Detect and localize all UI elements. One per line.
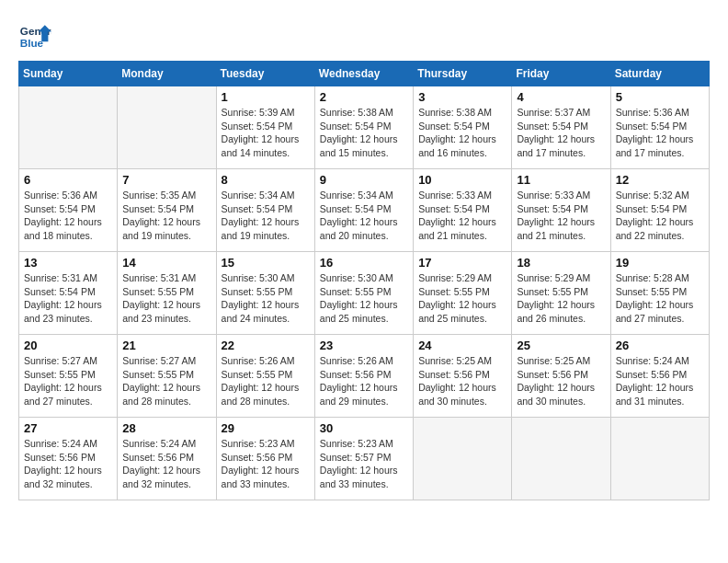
day-number: 9	[320, 173, 408, 187]
day-info: Sunrise: 5:26 AMSunset: 5:56 PMDaylight:…	[320, 354, 408, 408]
day-cell: 5Sunrise: 5:36 AMSunset: 5:54 PMDaylight…	[610, 86, 709, 169]
day-cell	[610, 418, 709, 500]
day-number: 25	[517, 339, 605, 352]
day-number: 29	[222, 421, 310, 435]
day-number: 12	[616, 173, 704, 187]
day-info: Sunrise: 5:34 AMSunset: 5:54 PMDaylight:…	[320, 189, 408, 243]
week-row-3: 13Sunrise: 5:31 AMSunset: 5:54 PMDayligh…	[19, 252, 710, 335]
day-info: Sunrise: 5:29 AMSunset: 5:55 PMDaylight:…	[418, 271, 506, 326]
day-number: 30	[320, 421, 408, 435]
day-info: Sunrise: 5:31 AMSunset: 5:55 PMDaylight:…	[122, 271, 210, 326]
day-cell: 13Sunrise: 5:31 AMSunset: 5:54 PMDayligh…	[19, 252, 118, 335]
day-number: 10	[418, 173, 506, 187]
day-cell: 12Sunrise: 5:32 AMSunset: 5:54 PMDayligh…	[610, 169, 709, 252]
week-row-4: 20Sunrise: 5:27 AMSunset: 5:55 PMDayligh…	[19, 335, 710, 418]
logo: General Blue	[18, 18, 51, 52]
day-info: Sunrise: 5:36 AMSunset: 5:54 PMDaylight:…	[24, 189, 112, 243]
day-cell: 21Sunrise: 5:27 AMSunset: 5:55 PMDayligh…	[118, 335, 216, 418]
day-cell: 29Sunrise: 5:23 AMSunset: 5:56 PMDayligh…	[216, 418, 314, 500]
day-cell: 26Sunrise: 5:24 AMSunset: 5:56 PMDayligh…	[610, 335, 709, 418]
day-number: 26	[616, 339, 704, 352]
day-number: 14	[122, 256, 210, 270]
day-number: 27	[24, 421, 112, 435]
day-number: 5	[616, 90, 704, 104]
day-cell: 20Sunrise: 5:27 AMSunset: 5:55 PMDayligh…	[19, 335, 118, 418]
day-number: 1	[222, 90, 310, 104]
day-cell: 17Sunrise: 5:29 AMSunset: 5:55 PMDayligh…	[414, 252, 512, 335]
day-cell: 30Sunrise: 5:23 AMSunset: 5:57 PMDayligh…	[314, 418, 413, 500]
day-number: 16	[320, 256, 408, 270]
day-number: 22	[222, 339, 310, 352]
day-cell	[414, 418, 512, 500]
day-cell	[512, 418, 610, 500]
weekday-sunday: Sunday	[19, 62, 118, 86]
day-info: Sunrise: 5:30 AMSunset: 5:55 PMDaylight:…	[320, 271, 408, 326]
day-info: Sunrise: 5:27 AMSunset: 5:55 PMDaylight:…	[24, 354, 112, 408]
day-info: Sunrise: 5:24 AMSunset: 5:56 PMDaylight:…	[24, 437, 112, 491]
day-number: 20	[24, 339, 112, 352]
day-cell	[19, 86, 118, 169]
day-number: 6	[24, 173, 112, 187]
day-cell: 18Sunrise: 5:29 AMSunset: 5:55 PMDayligh…	[512, 252, 610, 335]
weekday-monday: Monday	[118, 62, 216, 86]
week-row-1: 1Sunrise: 5:39 AMSunset: 5:54 PMDaylight…	[19, 86, 710, 169]
day-number: 21	[122, 339, 210, 352]
day-cell: 16Sunrise: 5:30 AMSunset: 5:55 PMDayligh…	[314, 252, 413, 335]
day-number: 19	[616, 256, 704, 270]
day-cell: 10Sunrise: 5:33 AMSunset: 5:54 PMDayligh…	[414, 169, 512, 252]
day-number: 4	[517, 90, 605, 104]
weekday-tuesday: Tuesday	[216, 62, 314, 86]
day-cell: 22Sunrise: 5:26 AMSunset: 5:55 PMDayligh…	[216, 335, 314, 418]
day-cell: 7Sunrise: 5:35 AMSunset: 5:54 PMDaylight…	[118, 169, 216, 252]
day-number: 24	[418, 339, 506, 352]
weekday-saturday: Saturday	[610, 62, 709, 86]
logo-icon: General Blue	[18, 18, 51, 52]
day-info: Sunrise: 5:28 AMSunset: 5:55 PMDaylight:…	[616, 271, 704, 326]
day-cell: 8Sunrise: 5:34 AMSunset: 5:54 PMDaylight…	[216, 169, 314, 252]
day-info: Sunrise: 5:33 AMSunset: 5:54 PMDaylight:…	[517, 189, 605, 243]
day-info: Sunrise: 5:26 AMSunset: 5:55 PMDaylight:…	[222, 354, 310, 408]
calendar-table: SundayMondayTuesdayWednesdayThursdayFrid…	[18, 61, 710, 500]
day-cell: 23Sunrise: 5:26 AMSunset: 5:56 PMDayligh…	[314, 335, 413, 418]
day-info: Sunrise: 5:37 AMSunset: 5:54 PMDaylight:…	[517, 106, 605, 160]
weekday-thursday: Thursday	[414, 62, 512, 86]
day-info: Sunrise: 5:36 AMSunset: 5:54 PMDaylight:…	[616, 106, 704, 160]
day-info: Sunrise: 5:25 AMSunset: 5:56 PMDaylight:…	[517, 354, 605, 408]
day-cell: 11Sunrise: 5:33 AMSunset: 5:54 PMDayligh…	[512, 169, 610, 252]
day-cell: 25Sunrise: 5:25 AMSunset: 5:56 PMDayligh…	[512, 335, 610, 418]
day-cell: 2Sunrise: 5:38 AMSunset: 5:54 PMDaylight…	[314, 86, 413, 169]
day-number: 28	[122, 421, 210, 435]
day-number: 3	[418, 90, 506, 104]
weekday-header-row: SundayMondayTuesdayWednesdayThursdayFrid…	[19, 62, 710, 86]
day-info: Sunrise: 5:24 AMSunset: 5:56 PMDaylight:…	[122, 437, 210, 491]
calendar-body: 1Sunrise: 5:39 AMSunset: 5:54 PMDaylight…	[19, 86, 710, 500]
weekday-wednesday: Wednesday	[314, 62, 413, 86]
day-cell: 14Sunrise: 5:31 AMSunset: 5:55 PMDayligh…	[118, 252, 216, 335]
svg-text:Blue: Blue	[20, 37, 44, 49]
day-number: 11	[517, 173, 605, 187]
weekday-friday: Friday	[512, 62, 610, 86]
day-info: Sunrise: 5:35 AMSunset: 5:54 PMDaylight:…	[122, 189, 210, 243]
day-number: 15	[222, 256, 310, 270]
day-info: Sunrise: 5:31 AMSunset: 5:54 PMDaylight:…	[24, 271, 112, 326]
day-cell: 19Sunrise: 5:28 AMSunset: 5:55 PMDayligh…	[610, 252, 709, 335]
day-cell: 28Sunrise: 5:24 AMSunset: 5:56 PMDayligh…	[118, 418, 216, 500]
day-cell	[118, 86, 216, 169]
day-info: Sunrise: 5:25 AMSunset: 5:56 PMDaylight:…	[418, 354, 506, 408]
week-row-5: 27Sunrise: 5:24 AMSunset: 5:56 PMDayligh…	[19, 418, 710, 500]
day-info: Sunrise: 5:38 AMSunset: 5:54 PMDaylight:…	[320, 106, 408, 160]
page-header: General Blue	[18, 18, 710, 52]
day-info: Sunrise: 5:29 AMSunset: 5:55 PMDaylight:…	[517, 271, 605, 326]
day-info: Sunrise: 5:30 AMSunset: 5:55 PMDaylight:…	[222, 271, 310, 326]
day-number: 2	[320, 90, 408, 104]
day-number: 18	[517, 256, 605, 270]
week-row-2: 6Sunrise: 5:36 AMSunset: 5:54 PMDaylight…	[19, 169, 710, 252]
day-info: Sunrise: 5:27 AMSunset: 5:55 PMDaylight:…	[122, 354, 210, 408]
day-info: Sunrise: 5:39 AMSunset: 5:54 PMDaylight:…	[222, 106, 310, 160]
day-info: Sunrise: 5:38 AMSunset: 5:54 PMDaylight:…	[418, 106, 506, 160]
day-info: Sunrise: 5:23 AMSunset: 5:57 PMDaylight:…	[320, 437, 408, 491]
day-cell: 27Sunrise: 5:24 AMSunset: 5:56 PMDayligh…	[19, 418, 118, 500]
day-info: Sunrise: 5:24 AMSunset: 5:56 PMDaylight:…	[616, 354, 704, 408]
day-cell: 1Sunrise: 5:39 AMSunset: 5:54 PMDaylight…	[216, 86, 314, 169]
day-number: 17	[418, 256, 506, 270]
